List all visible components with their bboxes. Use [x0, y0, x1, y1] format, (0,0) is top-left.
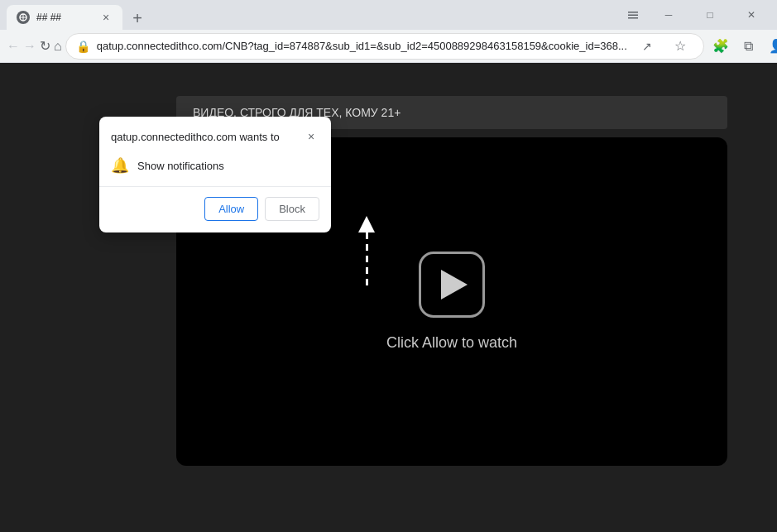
- svg-rect-5: [628, 17, 638, 19]
- active-tab[interactable]: ## ## ×: [7, 5, 122, 30]
- popup-title: qatup.connectedithco.com wants to: [111, 131, 280, 143]
- notification-permission-popup: qatup.connectedithco.com wants to × 🔔 Sh…: [99, 117, 331, 232]
- sidebar-button[interactable]: ⧉: [736, 33, 762, 60]
- browser-frame: ## ## × + ─ □ ✕ ← → ↻ ⌂ 🔒 qa: [0, 0, 777, 532]
- tab-favicon: [17, 11, 30, 24]
- maximize-button[interactable]: □: [691, 2, 729, 28]
- popup-divider: [99, 186, 331, 187]
- popup-actions: Allow Block: [99, 197, 331, 232]
- play-icon: [441, 270, 468, 300]
- popup-close-button[interactable]: ×: [303, 128, 319, 145]
- tab-close-button[interactable]: ×: [99, 11, 113, 24]
- arrow-indicator: [358, 216, 375, 290]
- title-bar-controls: ─ □ ✕: [620, 2, 770, 28]
- security-lock-icon: 🔒: [76, 40, 90, 53]
- home-button[interactable]: ⌂: [54, 33, 62, 60]
- page-content: ВИДЕО, СТРОГО ДЛЯ ТЕХ, КОМУ 21+ Click Al…: [0, 63, 777, 532]
- share-icon[interactable]: ↗: [634, 33, 660, 60]
- address-text: qatup.connectedithco.com/CNB?tag_id=8748…: [97, 40, 627, 52]
- block-button[interactable]: Block: [265, 197, 319, 221]
- back-button[interactable]: ←: [7, 33, 20, 60]
- popup-permission-row: 🔔 Show notifications: [99, 151, 331, 186]
- close-window-button[interactable]: ✕: [732, 2, 770, 28]
- profile-button[interactable]: 👤: [764, 33, 777, 60]
- bookmark-icon[interactable]: ☆: [667, 33, 693, 60]
- svg-rect-4: [628, 15, 638, 17]
- permission-text: Show notifications: [137, 160, 224, 172]
- navigation-bar: ← → ↻ ⌂ 🔒 qatup.connectedithco.com/CNB?t…: [0, 30, 777, 63]
- title-bar: ## ## × + ─ □ ✕: [0, 0, 777, 30]
- chrome-menu-icon: [620, 2, 646, 28]
- tab-title: ## ##: [36, 12, 93, 23]
- play-button[interactable]: [419, 252, 485, 318]
- click-allow-instruction: Click Allow to watch: [386, 334, 517, 352]
- minimize-button[interactable]: ─: [650, 2, 688, 28]
- forward-button[interactable]: →: [23, 33, 36, 60]
- arrow-line: [366, 232, 368, 290]
- popup-header: qatup.connectedithco.com wants to ×: [99, 117, 331, 151]
- allow-button[interactable]: Allow: [204, 197, 258, 221]
- tab-bar: ## ## × +: [7, 0, 616, 30]
- arrow-head: [358, 216, 375, 232]
- new-tab-button[interactable]: +: [126, 7, 149, 30]
- extensions-button[interactable]: 🧩: [707, 33, 734, 60]
- bell-icon: 🔔: [111, 156, 129, 175]
- svg-rect-3: [628, 12, 638, 13]
- nav-right-icons: 🧩 ⧉ 👤 ⋮: [707, 33, 777, 60]
- refresh-button[interactable]: ↻: [40, 33, 50, 60]
- address-bar[interactable]: 🔒 qatup.connectedithco.com/CNB?tag_id=87…: [65, 33, 704, 60]
